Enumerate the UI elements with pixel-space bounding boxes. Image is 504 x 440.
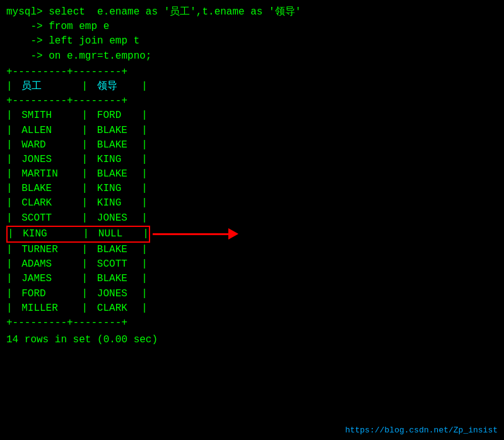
table-row: | CLARK | KING |	[6, 196, 498, 211]
border-char: |	[82, 79, 88, 94]
table-row: | JONES | KING |	[6, 153, 498, 167]
continuation-3: ->	[6, 34, 49, 49]
table-row: | SCOTT | JONES |	[6, 211, 498, 226]
table-row: | WARD | BLAKE |	[6, 138, 498, 153]
sql-text-3: left join emp t	[49, 34, 139, 49]
border-header-bottom: +---------+--------+	[6, 94, 498, 108]
prompt: mysql>	[6, 5, 49, 20]
border-char: |	[141, 79, 148, 94]
query-line-3: -> left join emp t	[6, 34, 498, 49]
header-employee: 员工	[13, 79, 82, 94]
border-char: |	[6, 79, 13, 94]
sql-text-2: from emp e	[49, 20, 109, 34]
table-row: | MARTIN | BLAKE |	[6, 167, 498, 182]
sql-text-1: select e.ename as '员工',t.ename as '领导'	[49, 5, 301, 20]
terminal-window: mysql> select e.ename as '员工',t.ename as…	[0, 0, 504, 352]
table-header-row: | 员工 | 领导 |	[6, 79, 498, 94]
watermark: https://blog.csdn.net/Zp_insist	[345, 426, 498, 435]
table-row: | MILLER | CLARK |	[6, 301, 498, 316]
query-line-1: mysql> select e.ename as '员工',t.ename as…	[6, 5, 498, 20]
result-table: +---------+--------+ | 员工 | 领导 | +------…	[6, 65, 498, 330]
sql-text-4: on e.mgr=t.empno;	[49, 49, 151, 64]
table-row: | SMITH | FORD |	[6, 108, 498, 123]
table-row: | JAMES | BLAKE |	[6, 272, 498, 286]
continuation-2: ->	[6, 20, 49, 34]
continuation-4: ->	[6, 49, 49, 64]
table-row: | BLAKE | KING |	[6, 182, 498, 196]
result-footer: 14 rows in set (0.00 sec)	[6, 333, 498, 347]
query-line-2: -> from emp e	[6, 20, 498, 34]
table-row: | ADAMS | SCOTT |	[6, 257, 498, 272]
table-row: | TURNER | BLAKE |	[6, 243, 498, 257]
border-top: +---------+--------+	[6, 65, 498, 79]
border-bottom: +---------+--------+	[6, 316, 498, 330]
table-row: | FORD | JONES |	[6, 287, 498, 301]
query-line-4: -> on e.mgr=t.empno;	[6, 49, 498, 64]
king-null-row: | KING | NULL |	[6, 226, 498, 243]
table-row: | ALLEN | BLAKE |	[6, 124, 498, 138]
header-leader: 领导	[88, 79, 141, 94]
